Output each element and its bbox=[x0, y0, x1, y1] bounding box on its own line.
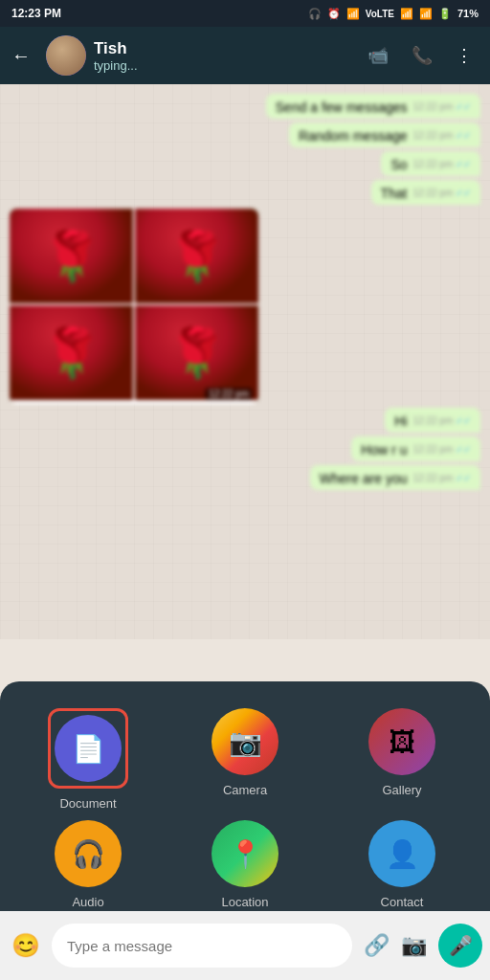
attachment-gallery[interactable]: 🖼 Gallery bbox=[368, 708, 435, 811]
contact-name: Tish bbox=[94, 39, 350, 58]
message-item: Hi12:22 pm ✓✓ bbox=[385, 408, 480, 433]
gallery-label: Gallery bbox=[382, 783, 421, 797]
attachment-contact[interactable]: 👤 Contact bbox=[368, 820, 435, 909]
gallery-icon-circle: 🖼 bbox=[368, 708, 435, 775]
voice-button[interactable]: 🎤 bbox=[438, 924, 482, 968]
document-label: Document bbox=[59, 796, 116, 811]
audio-label: Audio bbox=[72, 895, 103, 909]
contact-icon-circle: 👤 bbox=[368, 820, 435, 887]
battery-percent: 71% bbox=[457, 8, 479, 19]
time-display: 12:23 PM bbox=[11, 7, 61, 20]
camera-input-button[interactable]: 📷 bbox=[397, 929, 431, 962]
signal2-icon: 📶 bbox=[400, 8, 413, 20]
input-actions: 🔗 📷 bbox=[360, 929, 431, 962]
avatar[interactable] bbox=[46, 35, 86, 76]
image-cell bbox=[135, 305, 258, 400]
lte-icon: VoLTE bbox=[366, 9, 394, 19]
contact-icon: 👤 bbox=[386, 838, 419, 870]
headphone-icon: 🎧 bbox=[308, 8, 322, 20]
more-options-button[interactable]: ⋮ bbox=[446, 37, 482, 74]
battery-icon: 🔋 bbox=[438, 8, 452, 20]
camera-icon-circle: 📷 bbox=[212, 708, 278, 775]
audio-icon-circle: 🎧 bbox=[55, 820, 122, 887]
contact-info[interactable]: Tish typing... bbox=[94, 39, 350, 73]
message-item: So12:22 pm ✓✓ bbox=[381, 151, 480, 176]
header-actions: 📹 📞 ⋮ bbox=[358, 37, 482, 74]
input-bar: 😊 🔗 📷 🎤 bbox=[0, 911, 490, 980]
alarm-icon: ⏰ bbox=[327, 8, 341, 20]
attachment-audio[interactable]: 🎧 Audio bbox=[55, 820, 122, 909]
attachment-grid: 📄 Document 📷 Camera 🖼 Gallery 🎧 Audio bbox=[19, 708, 471, 909]
camera-label: Camera bbox=[223, 783, 267, 797]
avatar-image bbox=[46, 35, 86, 76]
attachment-document[interactable]: 📄 Document bbox=[48, 708, 128, 811]
location-icon: 📍 bbox=[229, 838, 262, 870]
message-item: That12:22 pm ✓✓ bbox=[371, 180, 481, 205]
document-icon: 📄 bbox=[72, 733, 105, 765]
location-label: Location bbox=[221, 895, 268, 909]
attach-button[interactable]: 🔗 bbox=[360, 929, 393, 962]
voice-call-button[interactable]: 📞 bbox=[402, 37, 442, 74]
status-time: 12:23 PM bbox=[11, 7, 61, 20]
microphone-icon: 🎤 bbox=[449, 934, 473, 957]
message-item: How r u12:22 pm ✓✓ bbox=[351, 436, 480, 461]
camera-icon: 📷 bbox=[229, 726, 262, 758]
document-selected-border: 📄 bbox=[48, 708, 128, 789]
messages-list: Send a few messages12:22 pm ✓✓ Random me… bbox=[10, 94, 480, 490]
image-cell bbox=[10, 209, 133, 303]
signal-icon: 📶 bbox=[346, 8, 360, 20]
attachment-panel: 📄 Document 📷 Camera 🖼 Gallery 🎧 Audio bbox=[0, 681, 490, 911]
image-time: 12:22 pm bbox=[205, 388, 253, 400]
emoji-button[interactable]: 😊 bbox=[8, 928, 44, 963]
message-item: Random message12:22 pm ✓✓ bbox=[289, 122, 480, 147]
back-button[interactable]: ← bbox=[4, 37, 38, 75]
contact-label: Contact bbox=[381, 895, 424, 909]
attachment-location[interactable]: 📍 Location bbox=[212, 820, 278, 909]
location-icon-circle: 📍 bbox=[212, 820, 278, 887]
status-bar: 12:23 PM 🎧 ⏰ 📶 VoLTE 📶 📶 🔋 71% bbox=[0, 0, 490, 27]
image-message: 12:22 pm bbox=[10, 209, 258, 404]
video-call-button[interactable]: 📹 bbox=[358, 37, 398, 74]
image-cell bbox=[10, 305, 133, 400]
audio-icon: 🎧 bbox=[72, 838, 105, 870]
gallery-icon: 🖼 bbox=[389, 726, 415, 758]
chat-area: Send a few messages12:22 pm ✓✓ Random me… bbox=[0, 84, 490, 639]
message-item: Send a few messages12:22 pm ✓✓ bbox=[266, 94, 480, 119]
status-icons: 🎧 ⏰ 📶 VoLTE 📶 📶 🔋 71% bbox=[308, 8, 479, 20]
image-cell bbox=[135, 209, 258, 303]
contact-status: typing... bbox=[94, 58, 350, 73]
image-grid bbox=[10, 209, 258, 400]
message-item: Where are you12:22 pm ✓✓ bbox=[310, 465, 480, 490]
attachment-camera[interactable]: 📷 Camera bbox=[212, 708, 278, 811]
document-icon-circle: 📄 bbox=[55, 715, 122, 782]
message-input[interactable] bbox=[52, 924, 352, 968]
chat-header: ← Tish typing... 📹 📞 ⋮ bbox=[0, 27, 490, 84]
wifi-icon: 📶 bbox=[419, 8, 433, 20]
